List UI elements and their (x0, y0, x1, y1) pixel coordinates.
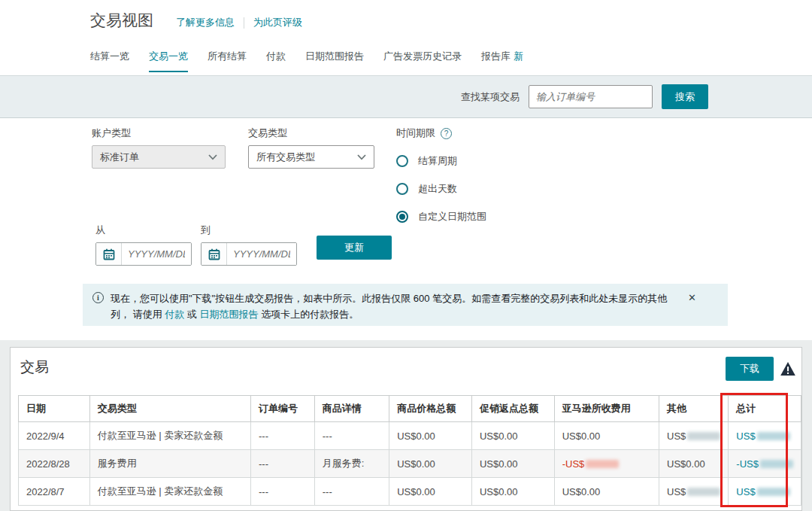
help-icon[interactable]: ? (441, 128, 452, 139)
table-cell: 服务费用 (89, 450, 250, 478)
total-value-link[interactable]: US$ (736, 486, 755, 497)
date-to-input[interactable] (227, 243, 296, 265)
calendar-icon[interactable] (201, 243, 227, 265)
redacted-amount (757, 432, 790, 440)
transactions-section: 交易 下载 日期交易类型订单编号商品详情商品价格总额促销返点总额亚马逊所收费用其… (0, 340, 812, 511)
table-cell: US$0.00 (389, 450, 472, 478)
search-button[interactable]: 搜索 (662, 84, 708, 109)
radio-icon (396, 211, 408, 223)
date-range-report-link[interactable]: 日期范围报告 (200, 309, 259, 320)
tab-广告发票历史记录[interactable]: 广告发票历史记录 (383, 50, 462, 72)
column-header: 商品详情 (314, 396, 389, 422)
date-from-input[interactable] (122, 243, 191, 265)
close-icon[interactable]: ✕ (688, 292, 696, 303)
tab-结算一览[interactable]: 结算一览 (90, 50, 129, 72)
info-banner: i 现在，您可以使用"下载"按钮生成交易报告，如表中所示。此报告仅限 600 笔… (83, 284, 728, 326)
transaction-type-select[interactable]: 所有交易类型 (248, 145, 374, 169)
radio-label: 超出天数 (418, 182, 457, 196)
total-value-link[interactable]: US$ (736, 430, 755, 442)
cell-value: --- (259, 486, 268, 497)
cell-value: US$0.00 (397, 430, 435, 442)
transaction-type-value: 所有交易类型 (256, 151, 315, 164)
cell-value: US$0.00 (667, 458, 705, 470)
update-button[interactable]: 更新 (317, 236, 392, 260)
table-cell: 2022/8/7 (19, 478, 90, 506)
table-cell: US$0.00 (471, 450, 554, 478)
table-cell: --- (251, 450, 315, 478)
cell-value: 2022/8/7 (26, 486, 65, 497)
page-title: 交易视图 (90, 10, 153, 31)
redacted-amount (687, 488, 720, 496)
cell-value: --- (323, 486, 332, 497)
cell-value: 付款至亚马逊 | 卖家还款金额 (98, 485, 223, 497)
table-cell: 付款至亚马逊 | 卖家还款金额 (89, 422, 250, 450)
table-cell: US$0.00 (659, 450, 729, 478)
radio-label: 结算周期 (418, 154, 457, 168)
cell-value: --- (259, 430, 268, 442)
cell-value: US$0.00 (397, 458, 435, 470)
table-row: 2022/8/7付款至亚马逊 | 卖家还款金额------US$0.00US$0… (19, 478, 801, 506)
download-button[interactable]: 下载 (726, 357, 774, 381)
table-cell: --- (251, 478, 315, 506)
date-to-label: 到 (201, 224, 297, 237)
transactions-card: 交易 下载 日期交易类型订单编号商品详情商品价格总额促销返点总额亚马逊所收费用其… (10, 347, 802, 511)
redacted-amount (760, 460, 793, 468)
column-header: 订单编号 (251, 396, 315, 422)
cell-value: US$0.00 (562, 486, 601, 497)
table-cell: US$ (729, 478, 801, 506)
redacted-amount (586, 460, 619, 468)
warning-icon[interactable] (780, 362, 795, 379)
table-cell: US$0.00 (471, 478, 554, 506)
time-period-label: 时间期限 (396, 126, 435, 140)
learn-more-link[interactable]: 了解更多信息 (176, 16, 235, 29)
radio-icon (396, 183, 408, 195)
rate-page-link[interactable]: 为此页评级 (253, 16, 302, 29)
table-cell: US$ (729, 422, 801, 450)
negative-amount: -US$ (562, 458, 585, 470)
table-cell: US$ (659, 422, 729, 450)
chevron-down-icon (357, 154, 366, 160)
search-label: 查找某项交易 (461, 90, 520, 104)
payments-link[interactable]: 付款 (165, 309, 184, 320)
transaction-type-filter: 交易类型 所有交易类型 (248, 126, 374, 169)
table-cell: US$ (659, 478, 729, 506)
chevron-down-icon (208, 154, 217, 160)
tab-付款[interactable]: 付款 (266, 50, 286, 72)
cell-value: US$0.00 (562, 430, 601, 442)
table-cell: --- (251, 422, 315, 450)
cell-value: --- (259, 458, 268, 470)
radio-自定义日期范围[interactable]: 自定义日期范围 (396, 210, 486, 224)
cell-value: 2022/8/28 (26, 458, 70, 470)
transactions-title: 交易 (20, 357, 49, 377)
radio-label: 自定义日期范围 (418, 210, 486, 224)
search-band: 查找某项交易 搜索 (0, 75, 812, 118)
table-row: 2022/8/28服务费用---月服务费:US$0.00US$0.00-US$U… (19, 450, 801, 478)
order-search-input[interactable] (529, 85, 653, 108)
table-cell: --- (314, 422, 389, 450)
table-row: 2022/9/4付款至亚马逊 | 卖家还款金额------US$0.00US$0… (19, 422, 801, 450)
date-from-label: 从 (95, 224, 192, 237)
cell-value: 付款至亚马逊 | 卖家还款金额 (98, 430, 223, 441)
account-type-select[interactable]: 标准订单 (92, 145, 226, 169)
cell-value: --- (323, 430, 332, 442)
transaction-view-page: 交易视图 了解更多信息 为此页评级 结算一览交易一览所有结算付款日期范围报告广告… (0, 0, 812, 511)
calendar-icon[interactable] (96, 243, 122, 265)
radio-结算周期[interactable]: 结算周期 (396, 154, 486, 168)
table-cell: --- (314, 478, 389, 506)
tab-所有结算[interactable]: 所有结算 (208, 50, 247, 72)
column-header: 交易类型 (89, 396, 250, 422)
radio-超出天数[interactable]: 超出天数 (396, 182, 486, 196)
redacted-amount (757, 488, 790, 496)
transactions-table: 日期交易类型订单编号商品详情商品价格总额促销返点总额亚马逊所收费用其他总计 20… (18, 395, 801, 506)
date-to-group: 到 (201, 224, 297, 266)
banner-text: 现在，您可以使用"下载"按钮生成交易报告，如表中所示。此报告仅限 600 笔交易… (111, 290, 717, 322)
cell-value: US$0.00 (397, 486, 435, 497)
table-cell: 付款至亚马逊 | 卖家还款金额 (89, 478, 250, 506)
tab-日期范围报告[interactable]: 日期范围报告 (305, 50, 364, 72)
divider (244, 17, 244, 29)
total-value-link[interactable]: -US$ (736, 458, 759, 470)
redacted-amount (687, 432, 720, 440)
tab-交易一览[interactable]: 交易一览 (149, 50, 188, 72)
tab-报告库[interactable]: 报告库新 (481, 50, 523, 72)
account-type-value: 标准订单 (100, 151, 139, 164)
